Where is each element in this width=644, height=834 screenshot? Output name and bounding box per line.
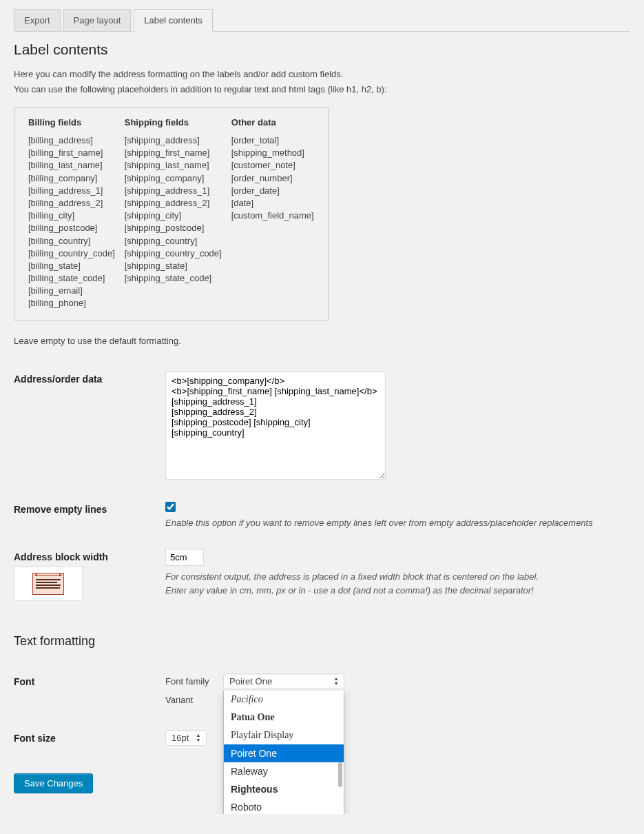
placeholder-item: [billing_country_code] <box>28 247 115 260</box>
font-option[interactable]: Raleway <box>224 762 344 780</box>
placeholder-reference-box: Billing fields [billing_address][billing… <box>14 107 329 321</box>
default-formatting-note: Leave empty to use the default formattin… <box>14 336 630 346</box>
placeholder-item: [billing_address] <box>28 134 115 147</box>
placeholder-item: [billing_phone] <box>28 297 115 309</box>
tab-page-layout[interactable]: Page layout <box>63 9 132 32</box>
placeholder-item: [billing_address_1] <box>28 185 115 197</box>
placeholder-item: [billing_last_name] <box>28 159 115 172</box>
placeholder-item: [date] <box>231 197 314 210</box>
font-option[interactable]: Patua One <box>224 709 344 726</box>
placeholder-item: [order_number] <box>231 172 314 185</box>
tab-panel-label-contents: Label contents Here you can modify the a… <box>0 32 644 814</box>
placeholder-item: [order_total] <box>231 134 314 147</box>
save-changes-button[interactable]: Save Changes <box>14 773 93 793</box>
placeholder-item: [shipping_country_code] <box>125 247 222 260</box>
placeholder-item: [billing_company] <box>28 172 115 185</box>
placeholder-item: [shipping_address_1] <box>125 185 222 197</box>
placeholder-item: [billing_email] <box>28 285 115 297</box>
remove-empty-lines-checkbox[interactable] <box>165 502 176 512</box>
page-title: Label contents <box>14 41 630 58</box>
placeholder-item: [billing_city] <box>28 210 115 222</box>
placeholder-item: [shipping_address] <box>125 134 222 147</box>
remove-empty-lines-label: Remove empty lines <box>14 493 165 541</box>
font-option[interactable]: Poiret One <box>224 744 344 762</box>
address-block-width-desc: For consistent output, the address is pl… <box>165 570 630 597</box>
font-variant-label: Variant <box>165 695 219 705</box>
placeholder-item: [shipping_address_2] <box>125 197 222 210</box>
address-block-width-input[interactable] <box>165 549 204 566</box>
dropdown-scrollbar[interactable] <box>338 693 342 813</box>
intro-line-1: Here you can modify the address formatti… <box>14 68 630 81</box>
font-family-dropdown[interactable]: PacificoPatua OnePlayfair DisplayPoiret … <box>223 691 344 814</box>
placeholder-item: [shipping_last_name] <box>125 159 222 172</box>
tab-export[interactable]: Export <box>14 9 61 32</box>
font-option[interactable]: Playfair Display <box>224 726 344 744</box>
placeholder-item: [billing_address_2] <box>28 197 115 210</box>
address-data-label: Address/order data <box>14 363 165 493</box>
placeholder-item: [custom_field_name] <box>231 210 314 222</box>
placeholder-item: [shipping_postcode] <box>125 222 222 234</box>
placeholder-item: [shipping_state_code] <box>125 272 222 285</box>
font-family-select[interactable]: Poiret One <box>223 673 344 689</box>
column-heading: Other data <box>231 117 314 128</box>
chevron-updown-icon <box>331 676 341 686</box>
address-block-width-label: Address block width <box>14 551 108 562</box>
column-heading: Billing fields <box>28 117 115 128</box>
placeholder-item: [order_date] <box>231 185 314 197</box>
other-data-column: Other data [order_total][shipping_method… <box>231 117 314 310</box>
billing-fields-column: Billing fields [billing_address][billing… <box>28 117 115 310</box>
placeholder-item: [billing_postcode] <box>28 222 115 234</box>
placeholder-item: [shipping_method] <box>231 147 314 159</box>
tabs-nav: Export Page layout Label contents <box>14 8 630 32</box>
placeholder-item: [billing_state_code] <box>28 272 115 285</box>
font-option[interactable]: Roboto <box>224 798 344 814</box>
chevron-updown-icon <box>194 733 203 743</box>
font-size-select[interactable]: 16pt <box>165 730 207 746</box>
placeholder-item: [customer_note] <box>231 159 314 172</box>
font-label: Font <box>14 665 165 722</box>
column-heading: Shipping fields <box>125 117 222 128</box>
placeholder-item: [shipping_state] <box>125 260 222 272</box>
placeholder-item: [billing_first_name] <box>28 147 115 159</box>
block-width-icon <box>14 567 83 601</box>
placeholder-item: [shipping_company] <box>125 172 222 185</box>
font-family-label: Font family <box>165 676 219 686</box>
font-option[interactable]: Pacifico <box>224 691 344 709</box>
placeholder-item: [shipping_city] <box>125 210 222 222</box>
tab-label-contents[interactable]: Label contents <box>134 9 213 32</box>
font-option[interactable]: Righteous <box>224 780 344 798</box>
address-data-textarea[interactable] <box>165 371 386 480</box>
remove-empty-lines-desc: Enable this option if you want to remove… <box>165 516 630 530</box>
shipping-fields-column: Shipping fields [shipping_address][shipp… <box>125 117 222 310</box>
placeholder-item: [shipping_first_name] <box>125 147 222 159</box>
placeholder-item: [billing_country] <box>28 235 115 247</box>
text-formatting-heading: Text formatting <box>14 634 630 649</box>
placeholder-item: [shipping_country] <box>125 235 222 247</box>
placeholder-item: [billing_state] <box>28 260 115 272</box>
font-size-label: Font size <box>14 722 165 757</box>
intro-line-2: You can use the following placeholders i… <box>14 83 630 96</box>
